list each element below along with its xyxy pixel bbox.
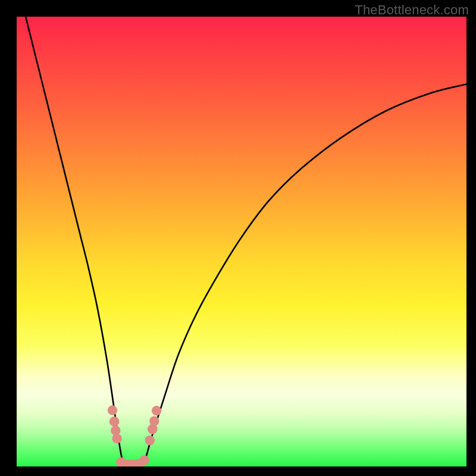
curve-marker [145,436,155,445]
curve-marker [148,424,158,434]
curve-marker [112,434,121,443]
curve-svg [17,17,466,466]
curve-marker [140,455,149,465]
chart-frame: TheBottleneck.com [0,0,476,476]
curve-marker [152,406,161,415]
bottleneck-curve [26,17,466,465]
curve-marker [108,405,117,415]
curve-marker [149,416,159,425]
watermark-text: TheBottleneck.com [355,2,469,18]
curve-marker [109,416,120,427]
plot-area [17,17,466,466]
